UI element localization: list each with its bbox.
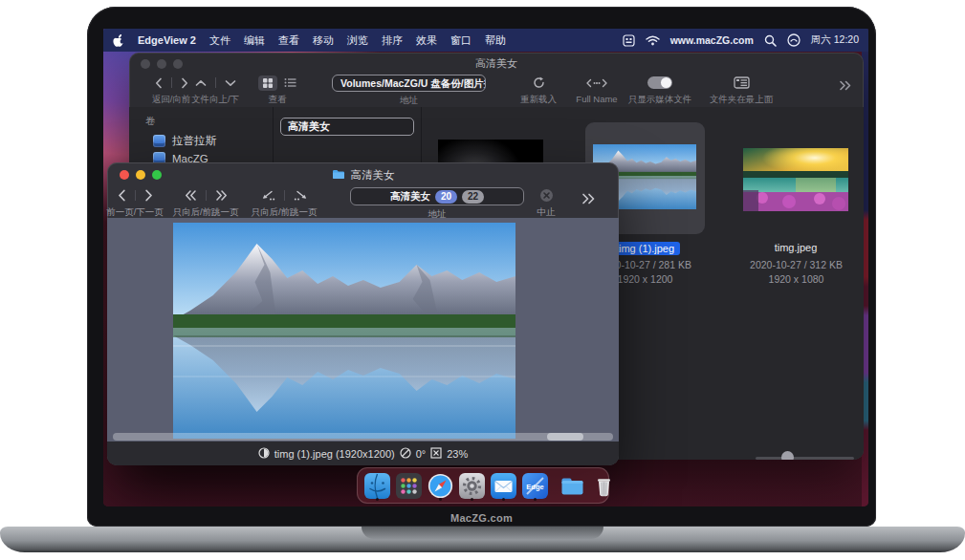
menu-app-name[interactable]: EdgeView 2 [138, 34, 196, 46]
folder-filter-field[interactable]: 高清美女 [280, 118, 414, 136]
laptop-notch [362, 527, 603, 539]
menu-item-sort[interactable]: 排序 [382, 33, 403, 48]
list-view-icon[interactable] [284, 77, 296, 88]
back-icon[interactable] [155, 77, 163, 89]
browser-toolbar-overflow-icon[interactable] [839, 80, 852, 91]
menu-item-effects[interactable]: 效果 [416, 33, 437, 48]
browser-address-field[interactable]: Volumes/MacZG/U 盘备份/图片夹/高清... [332, 75, 486, 92]
trash-icon[interactable] [591, 471, 617, 501]
file-meta: 2020-10-27 / 312 KB [736, 259, 856, 270]
full-name-icon[interactable] [586, 78, 607, 88]
next-page-icon[interactable] [144, 189, 153, 202]
browser-titlebar[interactable]: 高清美女 [129, 53, 864, 73]
view-group: 查看 [239, 75, 316, 106]
browser-window-title: 高清美女 [129, 53, 864, 74]
menubar-clock[interactable]: 周六 12:20 [811, 33, 859, 47]
finder-icon[interactable] [364, 471, 390, 501]
folder-up-icon[interactable] [195, 79, 207, 87]
abort-group: 中止 [524, 187, 568, 219]
menu-item-browse[interactable]: 浏览 [347, 33, 368, 48]
folder-up-down-label: 文件向上/下 [191, 94, 239, 106]
edgeview-icon[interactable]: Edge [522, 471, 548, 501]
menu-item-file[interactable]: 文件 [209, 33, 230, 48]
sidebar-item-volume-1[interactable]: 拉普拉斯 [153, 134, 216, 148]
grid-view-icon[interactable] [258, 75, 277, 91]
menu-item-move[interactable]: 移动 [313, 33, 334, 48]
minimize-button[interactable] [136, 170, 145, 180]
viewer-address-field[interactable]: 高清美女 20 22 [350, 187, 524, 205]
menu-bar: EdgeView 2 文件 编辑 查看 移动 浏览 排序 效果 窗口 帮助 ww… [103, 29, 868, 52]
jump-diag-forward-icon[interactable] [294, 190, 309, 201]
browser-address-label: 地址 [400, 95, 418, 107]
sidebar-item-label: 拉普拉斯 [172, 134, 216, 148]
viewer-status-bar: timg (1).jpeg (1920x1200) 0° 23% [107, 442, 619, 465]
zoom-button[interactable] [152, 170, 162, 180]
bezel-brand-label: MacZG.com [87, 512, 876, 524]
zoom-button[interactable] [173, 59, 183, 69]
image-viewer-window: 高清美女 前一页/下一页 [107, 162, 619, 465]
jump-last-icon[interactable] [215, 190, 228, 201]
viewer-window-title: 高清美女 [351, 168, 395, 183]
safari-icon[interactable] [428, 471, 453, 501]
menu-item-window[interactable]: 窗口 [450, 33, 472, 48]
menu-item-help[interactable]: 帮助 [485, 33, 506, 48]
minimize-button[interactable] [157, 59, 166, 69]
dock: Edge [357, 467, 609, 504]
siri-icon[interactable] [787, 33, 801, 47]
folder-down-icon[interactable] [225, 79, 236, 87]
folders-on-top-icon[interactable] [734, 76, 750, 89]
wifi-icon[interactable] [646, 35, 660, 46]
viewer-canvas[interactable] [107, 218, 619, 442]
sidebar-section-label: 卷 [145, 115, 156, 128]
divider [215, 77, 216, 88]
mail-icon[interactable] [491, 471, 516, 501]
photo-mountain-lake [173, 223, 515, 439]
horizontal-scrollbar-thumb[interactable] [547, 433, 583, 441]
media-only-group: 只显示媒体文件 [619, 75, 701, 106]
laptop-bezel: EdgeView 2 文件 编辑 查看 移动 浏览 排序 效果 窗口 帮助 ww… [87, 7, 876, 527]
zoom-icon [430, 447, 442, 461]
folders-on-top-label: 文件夹在最上面 [710, 94, 774, 106]
file-item-sunset[interactable] [743, 148, 848, 211]
reload-label: 重新载入 [520, 94, 557, 106]
search-icon[interactable] [764, 34, 777, 47]
menu-item-edit[interactable]: 编辑 [244, 33, 265, 48]
folder-icon[interactable] [559, 471, 585, 501]
jump-first-icon[interactable] [185, 190, 197, 201]
prev-page-icon[interactable] [118, 189, 126, 202]
reload-group: 重新载入 [508, 75, 569, 106]
divider [284, 190, 285, 201]
abort-icon[interactable] [539, 188, 554, 203]
close-button[interactable] [120, 170, 129, 180]
jump-forward-group: 只向后/前跳一页 [251, 187, 318, 219]
input-source-icon[interactable] [623, 34, 635, 47]
viewer-address-group: 高清美女 20 22 地址 [350, 187, 524, 221]
file-dimensions: 1920 x 1080 [736, 273, 856, 285]
jump-diag-back-icon[interactable] [260, 190, 275, 201]
rotation-icon [400, 447, 411, 461]
horizontal-scrollbar[interactable] [113, 433, 613, 441]
page-total-badge: 22 [462, 190, 484, 204]
folders-on-top-group: 文件夹在最上面 [701, 75, 781, 106]
thumbnail-size-slider[interactable] [756, 457, 854, 460]
viewer-titlebar[interactable]: 高清美女 [107, 162, 619, 187]
menubar-url-text: www.macZG.com [670, 34, 754, 46]
prev-next-group: 前一页/下一页 [107, 187, 163, 219]
viewer-toolbar-overflow-icon[interactable] [581, 193, 596, 205]
status-filename: timg (1).jpeg (1920x1200) [274, 448, 395, 460]
screen: EdgeView 2 文件 编辑 查看 移动 浏览 排序 效果 窗口 帮助 ww… [103, 29, 868, 506]
full-name-label: Full Name [576, 94, 617, 104]
apple-menu-icon[interactable] [113, 33, 124, 47]
reload-icon[interactable] [533, 76, 545, 89]
file-name[interactable]: timg.jpeg [743, 242, 848, 253]
launchpad-icon[interactable] [396, 471, 422, 501]
thumbnail-size-slider-knob[interactable] [781, 451, 794, 460]
page-current-badge: 20 [435, 190, 457, 204]
media-only-toggle[interactable] [647, 76, 672, 89]
system-preferences-icon[interactable] [459, 471, 485, 501]
menu-item-view[interactable]: 查看 [278, 33, 299, 48]
toggle-knob [661, 77, 671, 88]
browser-address-group: Volumes/MacZG/U 盘备份/图片夹/高清... 地址 [332, 75, 486, 107]
close-button[interactable] [141, 59, 150, 69]
viewer-window-controls [120, 170, 162, 180]
